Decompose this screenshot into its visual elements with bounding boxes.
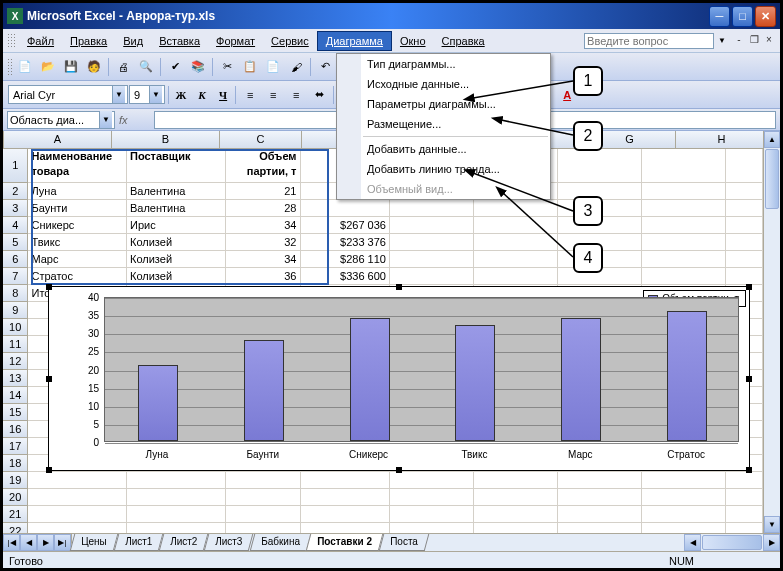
cell[interactable] — [726, 217, 763, 234]
fx-button[interactable]: fx — [119, 114, 128, 126]
row-header[interactable]: 10 — [3, 319, 28, 336]
cell[interactable] — [642, 506, 726, 523]
cell[interactable]: $286 110 — [301, 251, 390, 268]
row-header[interactable]: 13 — [3, 370, 28, 387]
menu-insert[interactable]: Вставка — [151, 32, 208, 50]
cell[interactable]: Объем партии, т — [226, 149, 301, 183]
chart-bar[interactable] — [244, 340, 284, 442]
column-header[interactable]: H — [676, 131, 763, 148]
cell[interactable] — [127, 506, 226, 523]
open-button[interactable]: 📂 — [37, 56, 59, 78]
grip-icon[interactable] — [7, 33, 15, 49]
bold-button[interactable]: Ж — [172, 89, 190, 101]
sheet-tab[interactable]: Поста — [379, 534, 429, 551]
close-button[interactable]: ✕ — [755, 6, 776, 27]
menu-edit[interactable]: Правка — [62, 32, 115, 50]
row-header[interactable]: 18 — [3, 455, 28, 472]
cell[interactable] — [28, 489, 127, 506]
cell[interactable] — [127, 489, 226, 506]
grip-icon[interactable] — [7, 58, 13, 76]
new-button[interactable]: 📄 — [14, 56, 36, 78]
column-header[interactable]: C — [220, 131, 302, 148]
cell[interactable] — [642, 489, 726, 506]
sheet-tab[interactable]: Лист1 — [113, 534, 163, 551]
mdi-restore-button[interactable]: ❐ — [747, 34, 761, 48]
horizontal-scrollbar[interactable]: ◀ ▶ — [427, 534, 780, 551]
cell[interactable] — [390, 200, 474, 217]
cell[interactable] — [726, 523, 763, 533]
plot-area[interactable] — [104, 297, 739, 442]
menu-item-location[interactable]: Размещение... — [337, 114, 550, 134]
cell[interactable]: $267 036 — [301, 217, 390, 234]
print-preview-button[interactable]: 🔍 — [135, 56, 157, 78]
cell[interactable] — [390, 217, 474, 234]
row-header[interactable]: 5 — [3, 234, 28, 251]
chart-bar[interactable] — [138, 365, 178, 441]
cell[interactable] — [301, 506, 390, 523]
cell[interactable] — [642, 149, 726, 183]
cell[interactable] — [390, 251, 474, 268]
cell[interactable] — [558, 472, 642, 489]
cell[interactable] — [474, 268, 558, 285]
column-header[interactable]: B — [112, 131, 220, 148]
chart-bar[interactable] — [667, 311, 707, 442]
row-header[interactable]: 21 — [3, 506, 28, 523]
merge-center-button[interactable]: ⬌ — [308, 84, 330, 106]
chevron-down-icon[interactable]: ▼ — [149, 86, 162, 103]
font-size-combo[interactable]: 9▼ — [129, 85, 165, 104]
cell[interactable] — [726, 268, 763, 285]
row-header[interactable]: 4 — [3, 217, 28, 234]
cell[interactable] — [390, 523, 474, 533]
cell[interactable] — [390, 506, 474, 523]
cell[interactable] — [642, 523, 726, 533]
cell[interactable]: Колизей — [127, 251, 226, 268]
menu-item-add-trendline[interactable]: Добавить линию тренда... — [337, 159, 550, 179]
menu-service[interactable]: Сервис — [263, 32, 317, 50]
cell[interactable] — [474, 489, 558, 506]
ask-question-input[interactable] — [584, 33, 714, 49]
row-header[interactable]: 11 — [3, 336, 28, 353]
column-header[interactable]: A — [4, 131, 112, 148]
cell[interactable] — [642, 200, 726, 217]
cell[interactable]: $233 376 — [301, 234, 390, 251]
cell[interactable] — [301, 200, 390, 217]
row-header[interactable]: 7 — [3, 268, 28, 285]
cell[interactable] — [474, 251, 558, 268]
cell[interactable] — [726, 251, 763, 268]
row-header[interactable]: 14 — [3, 387, 28, 404]
tab-last-button[interactable]: ▶| — [54, 534, 71, 551]
cell[interactable]: Валентина — [127, 183, 226, 200]
cell[interactable] — [226, 472, 301, 489]
scroll-right-button[interactable]: ▶ — [763, 534, 780, 551]
cell[interactable]: 28 — [226, 200, 301, 217]
sheet-tab[interactable]: Лист3 — [204, 534, 254, 551]
cell[interactable]: $336 600 — [301, 268, 390, 285]
cell[interactable]: Колизей — [127, 268, 226, 285]
cell[interactable] — [301, 489, 390, 506]
mdi-close-button[interactable]: × — [762, 34, 776, 48]
name-box[interactable]: Область диа...▼ — [7, 111, 115, 129]
cell[interactable] — [226, 489, 301, 506]
sheet-tab[interactable]: Поставки 2 — [306, 534, 383, 551]
menu-help[interactable]: Справка — [434, 32, 493, 50]
copy-button[interactable]: 📋 — [239, 56, 261, 78]
cell[interactable] — [301, 472, 390, 489]
cell[interactable] — [474, 217, 558, 234]
permission-button[interactable]: 🧑 — [83, 56, 105, 78]
cell[interactable] — [301, 523, 390, 533]
undo-button[interactable]: ↶ — [314, 56, 336, 78]
menu-item-chart-params[interactable]: Параметры диаграммы... — [337, 94, 550, 114]
cell[interactable]: Колизей — [127, 234, 226, 251]
menu-item-add-data[interactable]: Добавить данные... — [337, 139, 550, 159]
cell[interactable] — [642, 234, 726, 251]
menu-item-source-data[interactable]: Исходные данные... — [337, 74, 550, 94]
format-painter-button[interactable]: 🖌 — [285, 56, 307, 78]
row-header[interactable]: 15 — [3, 404, 28, 421]
scroll-down-button[interactable]: ▼ — [764, 516, 780, 533]
row-header[interactable]: 22 — [3, 523, 28, 533]
cut-button[interactable]: ✂ — [216, 56, 238, 78]
vertical-scrollbar[interactable]: ▲ ▼ — [763, 131, 780, 533]
underline-button[interactable]: Ч — [214, 89, 232, 101]
cell[interactable]: Стратос — [28, 268, 127, 285]
cell[interactable] — [28, 523, 127, 533]
